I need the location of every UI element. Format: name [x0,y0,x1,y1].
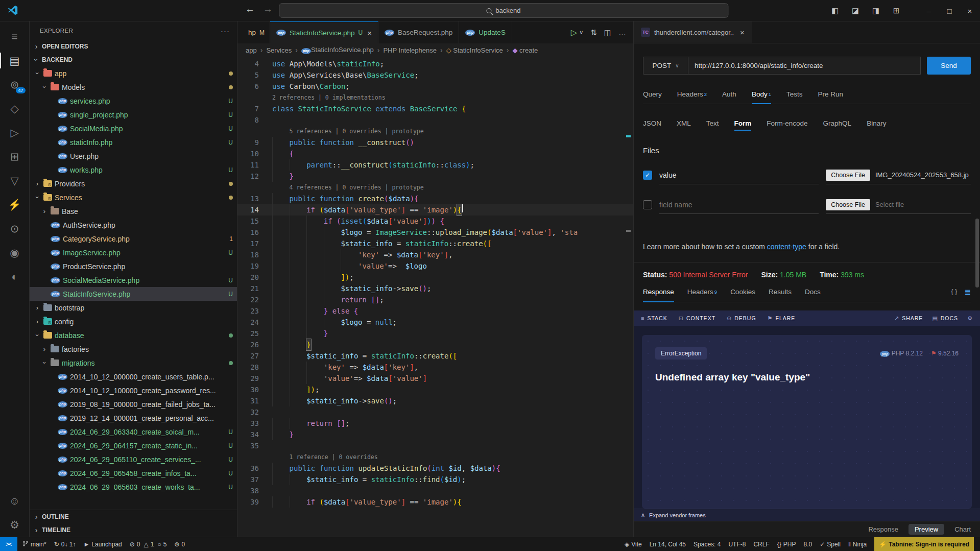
code-line-30[interactable]: 30]); [237,384,633,395]
code-line-36[interactable]: 36public function updateStaticInfo(int $… [237,463,633,474]
flare-action-docs[interactable]: ▤DOCS [932,315,958,322]
codelens[interactable]: 4 references | 0 overrides | prototype [272,182,424,193]
breadcrumb-staticinfoservice[interactable]: ◇ StaticInfoService [446,46,503,54]
tab-staticinfoservice-php[interactable]: phpStaticInfoService.phpU× [270,21,378,43]
tab-hp[interactable]: hpM [237,21,270,43]
timeline-section[interactable]: › TIMELINE [30,523,237,537]
outline-section[interactable]: › OUTLINE [30,510,237,523]
folder-services[interactable]: ›⚙Services [30,190,237,204]
minimize-button[interactable]: – [919,7,939,15]
open-editors-section[interactable]: › OPEN EDITORS [30,40,237,53]
flare-menu-debug[interactable]: ⊙DEBUG [727,315,756,322]
expand-vendor-frames[interactable]: ∧ Expand vendor frames [634,509,980,521]
file-productservice-php[interactable]: phpProductService.php [30,259,237,273]
breadcrumb-staticinfoservice-php[interactable]: phpStaticInfoService.php [301,46,374,54]
status-launchpad[interactable]: ►Launchpad [83,541,122,548]
back-button[interactable]: ← [245,4,255,15]
method-select[interactable]: POST ∨ [643,57,688,75]
code-line-24[interactable]: 24$logo = null; [237,317,633,328]
flare-action-share[interactable]: ↗SHARE [894,315,923,322]
choose-file-button[interactable]: Choose File [826,170,870,181]
status-git-sync[interactable]: ↻0↓ 1↑ [54,541,76,548]
code-line-17[interactable]: 17$static_info = staticInfo::create([ [237,238,633,249]
file-2024-06-29-063340-create-soical-m[interactable]: php2024_06_29_063340_create_soical_m...U [30,425,237,439]
customize-layout-icon[interactable]: ⊞ [886,6,906,15]
code-line-8[interactable]: 8 [237,114,633,126]
request-tab-pre-run[interactable]: Pre Run [818,85,843,104]
response-tab-response[interactable]: Response [643,282,674,302]
file-2019-08-19-000000-create-failed-jobs-ta[interactable]: php2019_08_19_000000_create_failed_jobs_… [30,397,237,411]
folder-bootstrap[interactable]: ›bootstrap [30,301,237,315]
file-single-project-php[interactable]: phpsingle_project.phpU [30,108,237,122]
activity-item-settings[interactable]: ⚙ [0,513,30,537]
close-icon[interactable]: × [740,28,745,37]
body-tab-text[interactable]: Text [706,115,719,131]
code-line-27[interactable]: 27$static_info = staticInfo::create([ [237,350,633,362]
panel-scrollbar[interactable] [975,219,979,288]
menu-lines-icon[interactable]: ≣ [964,288,971,297]
code-line-33[interactable]: 33return []; [237,418,633,429]
code-line-9[interactable]: 9public function __construct() [237,137,633,148]
code-line-28[interactable]: 28'key' => $data['key'], [237,362,633,373]
status-php-version[interactable]: 8.0 [803,541,812,548]
view-tab-preview[interactable]: Preview [909,524,944,535]
file-2024-06-29-064157-create-static-in[interactable]: php2024_06_29_064157_create_static_in...… [30,439,237,452]
code-line-34[interactable]: 34} [237,429,633,440]
body-tab-graphql[interactable]: GraphQL [823,115,852,131]
codelens-row[interactable]: 4 references | 0 overrides | prototype [237,182,633,193]
request-tab-tests[interactable]: Tests [786,85,803,104]
file-2024-06-29-065603-create-works-ta[interactable]: php2024_06_29_065603_create_works_ta...U [30,480,237,494]
send-button[interactable]: Send [927,57,971,75]
status-encoding[interactable]: UTF-8 [728,541,746,548]
file-2014-10-12-100000-create-password-res[interactable]: php2014_10_12_100000_create_password_res… [30,384,237,397]
codelens-row[interactable]: 5 references | 0 overrides | prototype [237,126,633,137]
explorer-more-actions[interactable]: ··· [221,27,230,35]
activity-item-remote[interactable]: ◉ [0,241,30,265]
codelens-row[interactable]: 2 references | 0 implementations [237,92,633,103]
activity-item-menu[interactable]: ≡ [0,25,30,49]
file-socialmedia-php[interactable]: phpSocialMedia.phpU [30,122,237,135]
activity-item-package[interactable]: ◇ [0,97,30,121]
code-line-19[interactable]: 19'value'=> $logo [237,260,633,272]
status-warnings[interactable]: △1 [144,541,154,548]
activity-item-thunder-client[interactable]: ⚡ [0,193,30,217]
folder-providers[interactable]: ›⚙Providers [30,177,237,190]
breadcrumb-app[interactable]: app [246,46,257,54]
field-name-input[interactable]: value [659,166,819,184]
maximize-button[interactable]: □ [939,7,960,15]
body-tab-json[interactable]: JSON [643,115,661,131]
code-line-13[interactable]: 13public function create($data){ [237,193,633,204]
status-language-mode[interactable]: {}PHP [777,541,796,548]
content-type-link[interactable]: content-type [767,243,806,251]
run-code-icon[interactable]: ▷ [571,28,577,37]
flare-menu-context[interactable]: ⊡CONTEXT [679,315,715,322]
codelens[interactable]: 1 reference | 0 overrides [272,451,378,463]
toggle-sidebar-icon[interactable]: ◧ [825,6,845,15]
activity-item-search[interactable]: ⊙ [0,217,30,241]
status-tabnine[interactable]: ⚡Tabnine: Sign-in is required [874,537,974,551]
flare-action-settings[interactable]: ⚙ [967,315,973,322]
activity-item-run-debug[interactable]: ▷ [0,121,30,145]
thunder-client-tab[interactable]: TC thunderclient.com/categor.. × [634,21,752,43]
folder-config[interactable]: ›⚙config [30,315,237,328]
file-staticinfo-php[interactable]: phpstaticInfo.phpU [30,135,237,149]
checkbox-unchecked[interactable] [643,200,652,209]
file-2019-12-14-000001-create-personal-acc[interactable]: php2019_12_14_000001_create_personal_acc… [30,411,237,425]
codelens[interactable]: 5 references | 0 overrides | prototype [272,126,424,137]
response-tab-results[interactable]: Results [769,282,792,302]
choose-file-button[interactable]: Choose File [826,199,870,210]
folder-app[interactable]: ›app [30,66,237,80]
file-user-php[interactable]: phpUser.php [30,149,237,163]
response-tab-headers[interactable]: Headers9 [687,282,717,302]
request-tab-auth[interactable]: Auth [722,85,736,104]
status-indentation[interactable]: Spaces: 4 [694,541,721,548]
activity-item-explorer[interactable]: ▤ [0,49,30,73]
field-name-input[interactable]: field name [659,196,819,214]
code-line-4[interactable]: 4use App\Models\staticInfo; [237,58,633,69]
code-braces-icon[interactable]: { } [951,288,957,297]
folder-migrations[interactable]: ›migrations [30,356,237,370]
status-eol[interactable]: CRLF [753,541,769,548]
breadcrumb-php-intelephense[interactable]: PHP Intelephense [383,46,437,54]
code-line-32[interactable]: 32 [237,406,633,418]
code-line-14[interactable]: 14if ($data['value_type'] == 'image'){ [237,204,633,215]
